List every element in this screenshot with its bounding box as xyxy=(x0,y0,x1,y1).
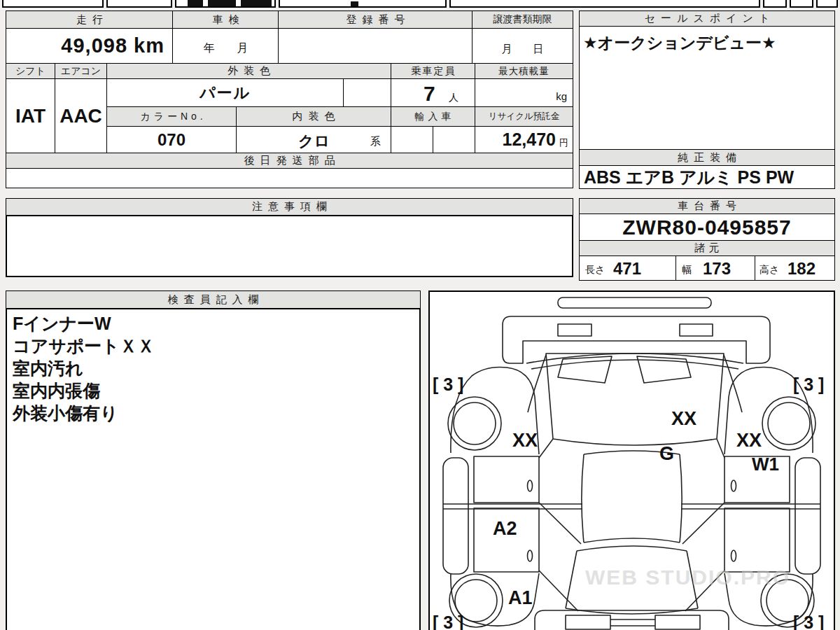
transfer-deadline-value: 月 日 xyxy=(472,28,573,64)
front-left-door xyxy=(474,456,539,503)
mileage-header: 走行 xyxy=(6,10,174,29)
right-sill xyxy=(795,458,820,574)
later-parts-value xyxy=(6,168,573,188)
auction-sheet: 走行 車検 登録番号 譲渡書類期限 49,098 km 年 月 月 日 シフト … xyxy=(0,0,840,630)
inspector-note: 外装小傷有り xyxy=(13,402,414,424)
rear-window-bottom-arc xyxy=(566,608,698,614)
damage-mark-left-fender: XX xyxy=(512,430,538,451)
clipped-text-fragment xyxy=(351,1,358,6)
length-label: 長さ xyxy=(585,264,605,276)
inspector-note: 室内汚れ xyxy=(13,357,414,379)
capacity-value: 7 xyxy=(424,82,435,106)
chassis-header: 車台番号 xyxy=(579,198,835,214)
recycle-deposit-header: リサイクル預託金 xyxy=(475,106,573,127)
damage-mark-glass: G xyxy=(659,443,674,464)
wheel-front-right-inner xyxy=(768,402,810,444)
inspector-box: FインナーW コアサポートＸＸ 室内汚れ 室内内張傷 外装小傷有り xyxy=(6,308,421,630)
clipped-cell xyxy=(106,0,172,8)
sales-point-header: セールスポイント xyxy=(579,10,835,27)
genuine-equipment-value: ABS エアB アルミ PS PW xyxy=(579,165,835,189)
roof-strip-left-edge xyxy=(582,454,584,542)
front-bumper-shape xyxy=(503,316,770,363)
import-value-cell-1 xyxy=(391,126,433,153)
color-no-header: カラーNo. xyxy=(106,106,237,127)
car-diagram-box: WEB STUDIO.PRO [ 3 ] [ 3 ] XX XX XX G W1… xyxy=(428,290,835,630)
aircon-value: AAC xyxy=(55,78,107,153)
caution-header: 注意事項欄 xyxy=(6,198,573,216)
exterior-color-extra-cell xyxy=(343,78,391,107)
crease-line xyxy=(717,439,724,458)
door-handle-slit xyxy=(732,480,736,491)
car-damage-diagram: WEB STUDIO.PRO [ 3 ] [ 3 ] XX XX XX G W1… xyxy=(430,292,834,630)
recycle-deposit-unit: 円 xyxy=(559,136,568,149)
clipped-cell xyxy=(763,0,787,8)
sales-point-text: ★オークションデビュー★ xyxy=(583,32,776,54)
spec-height-cell: 高さ 182 xyxy=(755,255,835,281)
rear-bumper-slot-right xyxy=(655,615,700,629)
later-parts-header: 後日発送部品 xyxy=(6,153,573,169)
clipped-cell xyxy=(790,0,813,8)
transfer-deadline-header: 譲渡書類期限 xyxy=(472,10,573,29)
interior-color-header: 内装色 xyxy=(236,106,391,127)
color-no-value: 070 xyxy=(106,126,237,153)
max-load-value-cell: kg xyxy=(475,78,573,107)
recycle-deposit-value: 12,470 xyxy=(503,130,556,150)
interior-color-value-cell: クロ 系 xyxy=(236,126,391,153)
max-load-header: 最大積載量 xyxy=(475,63,573,79)
clipped-text-fragment xyxy=(208,0,236,6)
watermark-text: WEB STUDIO.PRO xyxy=(585,566,790,589)
inspector-note: コアサポートＸＸ xyxy=(13,335,414,357)
cowl-arc xyxy=(526,354,743,363)
registration-header: 登録番号 xyxy=(278,10,473,29)
spec-width-cell: 幅 173 xyxy=(676,255,755,281)
corner-mark-rear-right: [ 3 ] xyxy=(793,612,824,630)
inspector-note: 室内内張傷 xyxy=(13,379,414,402)
roof-rear-arc xyxy=(577,546,687,551)
corner-mark-front-left: [ 3 ] xyxy=(433,374,463,394)
inspector-note: FインナーW xyxy=(13,312,414,335)
door-handle-slit xyxy=(528,480,533,491)
width-value: 173 xyxy=(703,259,731,279)
damage-mark-windshield: XX xyxy=(671,408,696,429)
front-bumper-slot-right xyxy=(680,324,713,336)
roof-strip-right-edge xyxy=(680,454,682,542)
wheel-front-left xyxy=(448,397,501,450)
capacity-value-cell: 7 人 xyxy=(391,78,475,107)
caution-box xyxy=(6,215,573,277)
rear-bumper-band xyxy=(610,620,655,626)
import-value-cell-2 xyxy=(433,126,475,153)
wheel-front-right xyxy=(762,397,816,450)
damage-mark-w1: W1 xyxy=(752,454,779,475)
import-header: 輸入車 xyxy=(391,106,475,127)
windshield-shape xyxy=(546,354,724,445)
clipped-cell xyxy=(2,0,104,8)
interior-color-suffix: 系 xyxy=(370,135,381,148)
spec-length-cell: 長さ 471 xyxy=(579,255,676,281)
inspection-header: 車検 xyxy=(172,10,279,29)
damage-mark-right-fender: XX xyxy=(736,430,762,451)
clipped-cell xyxy=(449,0,760,8)
clipped-text-fragment xyxy=(241,0,272,6)
clipped-cell xyxy=(816,0,838,8)
shift-value: IAT xyxy=(6,78,55,153)
width-label: 幅 xyxy=(682,264,692,276)
mileage-value: 49,098 km xyxy=(6,28,174,64)
genuine-equipment-header: 純正装備 xyxy=(579,149,835,166)
inspection-value: 年 月 xyxy=(172,28,279,64)
recycle-deposit-value-cell: 12,470 円 xyxy=(475,126,573,153)
roof-bar-shape xyxy=(558,298,711,308)
damage-mark-a1: A1 xyxy=(508,587,533,608)
specs-header: 諸元 xyxy=(579,240,835,256)
corner-mark-front-right: [ 3 ] xyxy=(793,374,824,394)
clipped-text-fragment xyxy=(188,0,203,6)
damage-mark-a2: A2 xyxy=(493,518,517,539)
height-label: 高さ xyxy=(760,264,779,276)
exterior-color-header: 外装色 xyxy=(106,63,391,79)
clipped-cell xyxy=(279,0,447,8)
front-bumper-slot-left xyxy=(558,324,592,336)
crease-line xyxy=(539,439,553,458)
chassis-value: ZWR80-0495857 xyxy=(579,214,835,241)
height-value: 182 xyxy=(788,259,816,279)
left-sill xyxy=(443,458,468,574)
roof-strip-bottom-arc xyxy=(584,538,680,542)
